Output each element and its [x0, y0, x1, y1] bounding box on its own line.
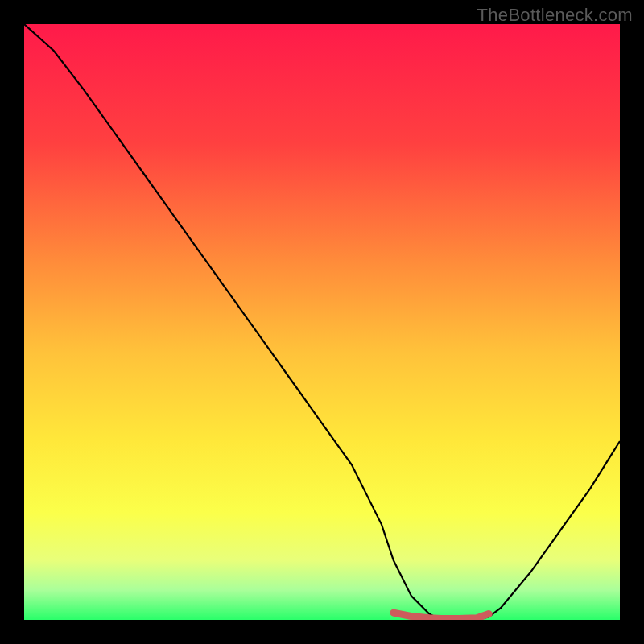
- svg-rect-0: [24, 24, 620, 620]
- chart-background: [24, 24, 620, 620]
- chart-container: [24, 24, 620, 620]
- watermark-text: TheBottleneck.com: [477, 5, 633, 26]
